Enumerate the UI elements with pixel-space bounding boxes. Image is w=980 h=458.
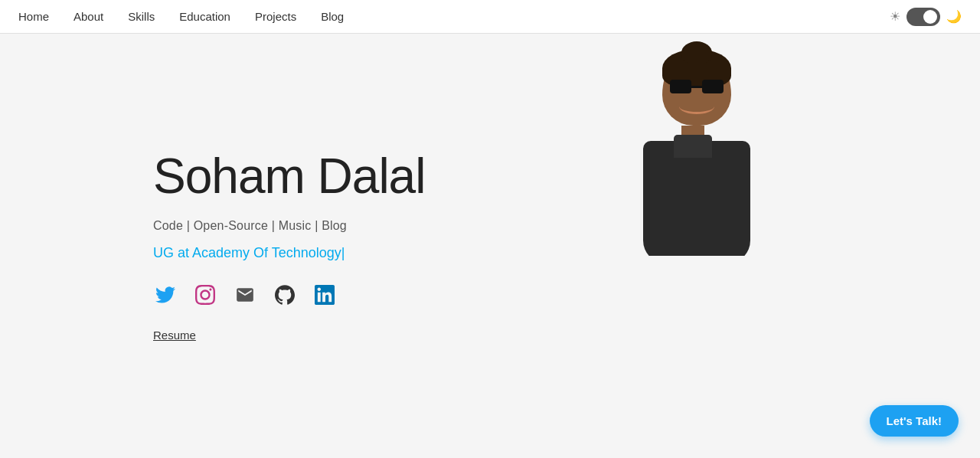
hero-name: Soham Dalal: [153, 149, 425, 203]
nav-blog[interactable]: Blog: [321, 10, 344, 23]
hero-portrait: [612, 41, 781, 256]
navbar: Home About Skills Education Projects Blo…: [0, 0, 980, 34]
glass-bridge: [691, 86, 702, 88]
glass-right: [702, 80, 724, 93]
hero-section: Soham Dalal Code | Open-Source | Music |…: [0, 34, 980, 458]
nav-about[interactable]: About: [74, 10, 103, 23]
nav-home[interactable]: Home: [18, 10, 49, 23]
nav-links: Home About Skills Education Projects Blo…: [18, 10, 890, 23]
github-icon[interactable]: [273, 283, 297, 307]
person-figure: [620, 49, 773, 256]
figure-turtleneck: [674, 135, 712, 158]
figure-glasses: [670, 80, 724, 97]
glass-left: [670, 80, 691, 93]
hero-role: UG at Academy Of Technology|: [153, 245, 425, 261]
figure-head: [662, 49, 731, 126]
theme-toggle-area: ☀ 🌙: [890, 8, 962, 26]
twitter-icon[interactable]: [153, 283, 178, 307]
email-icon[interactable]: [233, 283, 257, 307]
hero-content: Soham Dalal Code | Open-Source | Music |…: [153, 149, 425, 342]
sun-icon: ☀: [890, 9, 900, 24]
moon-icon: 🌙: [946, 9, 962, 24]
theme-toggle[interactable]: [906, 8, 940, 26]
instagram-icon[interactable]: [193, 283, 217, 307]
lets-talk-button[interactable]: Let's Talk!: [870, 405, 959, 437]
hero-tagline: Code | Open-Source | Music | Blog: [153, 219, 425, 233]
linkedin-icon[interactable]: [312, 283, 337, 307]
resume-link[interactable]: Resume: [153, 329, 196, 342]
toggle-knob: [923, 10, 937, 24]
figure-smile: [679, 99, 714, 114]
nav-skills[interactable]: Skills: [128, 10, 155, 23]
figure-hair-bun: [681, 41, 712, 64]
figure-body: [643, 141, 750, 256]
nav-education[interactable]: Education: [179, 10, 230, 23]
nav-projects[interactable]: Projects: [255, 10, 296, 23]
social-icons: [153, 283, 425, 307]
